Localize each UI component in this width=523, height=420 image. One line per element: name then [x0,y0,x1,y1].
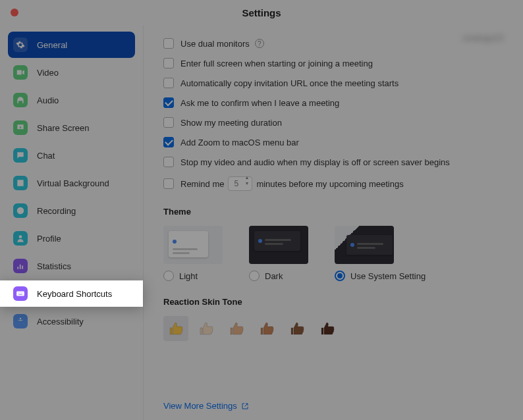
sidebar-item-recording[interactable]: Recording [8,197,135,224]
theme-label: Light [179,271,198,281]
theme-radio-row[interactable]: Light [163,271,223,281]
sidebar-item-label: Statistics [37,261,71,271]
window-body: GeneralVideoAudioShare ScreenChatVirtual… [0,25,523,420]
help-icon[interactable]: ? [255,39,264,48]
remind-minutes-value: 5 [234,179,244,188]
sidebar-item-label: Accessibility [37,317,84,327]
sidebar-item-accessibility[interactable]: Accessibility [8,308,135,334]
view-more-settings-link[interactable]: View More Settings [163,401,249,411]
sidebar-item-audio[interactable]: Audio [8,87,135,113]
option-checkbox[interactable] [163,117,174,128]
sidebar-item-virtual-background[interactable]: Virtual Background [8,170,135,196]
sidebar-item-video[interactable]: Video [8,59,135,86]
skin-tone-option[interactable] [285,316,310,341]
remind-minutes-stepper[interactable]: 5 ▲▼ [228,176,252,191]
theme-options: LightDarkUse System Setting [163,226,503,281]
headphones-icon [13,93,28,107]
theme-radio-row[interactable]: Dark [249,271,308,281]
skin-tone-option[interactable] [224,316,249,341]
sidebar-item-label: Keyboard Shortcuts [37,289,112,299]
option-label: Show my meeting duration [180,118,282,128]
sidebar-item-label: Share Screen [37,123,90,133]
sidebar-item-label: Video [37,68,59,78]
option-row[interactable]: Ask me to confirm when I leave a meeting [163,97,503,108]
thumbs-up-icon [289,321,305,336]
theme-radio[interactable] [249,271,260,281]
theme-thumbnail [335,226,394,264]
reaction-heading: Reaction Skin Tone [163,297,503,307]
skin-tone-option[interactable] [315,316,340,341]
skin-tone-row [163,316,503,341]
svg-rect-3 [16,292,24,296]
view-more-label: View More Settings [163,401,237,411]
theme-thumbnail [163,226,223,264]
option-row[interactable]: Show my meeting duration [163,117,503,128]
theme-thumbnail [249,226,308,264]
theme-radio[interactable] [163,271,174,281]
skin-tone-option[interactable] [163,316,188,341]
option-row[interactable]: Stop my video and audio when my display … [163,157,503,167]
sidebar-item-profile[interactable]: Profile [8,225,135,251]
thumbs-up-icon [229,321,244,336]
sidebar: GeneralVideoAudioShare ScreenChatVirtual… [0,25,144,420]
svg-point-2 [19,235,22,238]
option-row[interactable]: Enter full screen when starting or joini… [163,58,503,68]
option-label: Use dual monitors [180,39,250,49]
thumbs-up-icon [319,321,335,336]
accessibility-icon [13,314,28,328]
record-icon [13,203,28,218]
sidebar-item-share-screen[interactable]: Share Screen [8,115,135,141]
sidebar-item-label: Profile [37,234,61,244]
external-link-icon [241,402,249,410]
remind-prefix: Remind me [180,179,224,189]
theme-heading: Theme [163,207,503,217]
stepper-arrows[interactable]: ▲▼ [244,178,249,190]
option-checkbox[interactable] [163,97,174,108]
sidebar-item-label: Audio [37,95,59,105]
option-checkbox[interactable] [163,38,174,49]
video-icon [13,65,28,80]
remind-checkbox[interactable] [163,178,174,189]
gear-icon [13,38,28,52]
svg-point-1 [19,209,22,213]
option-checkbox[interactable] [163,78,174,88]
vbg-icon [13,176,28,190]
keyboard-icon [13,286,28,301]
option-row[interactable]: Automatically copy invitation URL once t… [163,78,503,88]
titlebar: Settings [0,0,523,25]
content-pane: umango23 Use dual monitors?Enter full sc… [144,25,523,420]
sidebar-item-general[interactable]: General [8,32,135,58]
option-checkbox[interactable] [163,137,174,147]
theme-option-system[interactable]: Use System Setting [335,226,426,281]
skin-tone-option[interactable] [194,316,219,341]
remind-option[interactable]: Remind me 5 ▲▼ minutes before my upcomin… [163,176,503,191]
option-label: Ask me to confirm when I leave a meeting [180,98,339,108]
theme-option-dark[interactable]: Dark [249,226,308,281]
sidebar-item-label: Recording [37,206,76,216]
sidebar-item-chat[interactable]: Chat [8,142,135,169]
thumbs-up-icon [259,321,275,336]
theme-option-light[interactable]: Light [163,226,223,281]
remind-suffix: minutes before my upcoming meetings [256,179,403,189]
theme-label: Use System Setting [350,271,426,281]
theme-radio-row[interactable]: Use System Setting [335,271,426,281]
sidebar-item-label: Virtual Background [37,178,109,188]
sidebar-item-keyboard-shortcuts[interactable]: Keyboard Shortcuts [0,280,143,307]
theme-radio[interactable] [335,271,345,281]
sidebar-item-label: General [37,40,67,50]
skin-tone-option[interactable] [254,316,279,341]
option-checkbox[interactable] [163,157,174,167]
sidebar-item-label: Chat [37,151,55,161]
option-checkbox[interactable] [163,58,174,68]
option-label: Add Zoom to macOS menu bar [180,138,299,147]
window-title: Settings [0,7,523,18]
option-label: Automatically copy invitation URL once t… [180,78,399,88]
option-row[interactable]: Add Zoom to macOS menu bar [163,137,503,147]
option-label: Enter full screen when starting or joini… [180,59,373,68]
sidebar-item-statistics[interactable]: Statistics [8,253,135,279]
account-name: umango23 [463,33,503,43]
option-row[interactable]: Use dual monitors? [163,38,503,49]
profile-icon [13,231,28,246]
option-label: Stop my video and audio when my display … [180,157,450,167]
svg-point-4 [20,318,21,319]
